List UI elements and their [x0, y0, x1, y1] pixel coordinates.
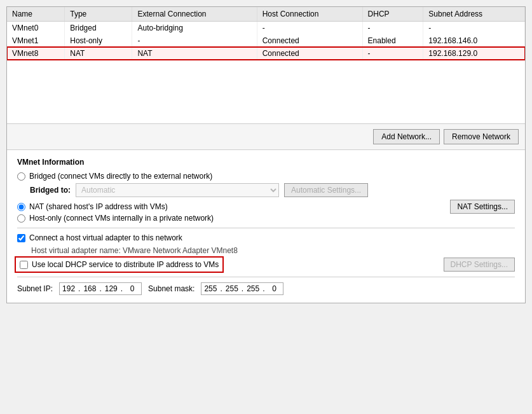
nat-label: NAT (shared host's IP address with VMs) — [29, 202, 168, 211]
cell-type: NAT — [65, 47, 132, 60]
host-adapter-name: Host virtual adapter name: VMware Networ… — [31, 246, 515, 255]
cell-name: VMnet1 — [7, 34, 65, 47]
bridged-to-label: Bridged to: — [30, 186, 71, 195]
subnet-ip-label: Subnet IP: — [17, 284, 53, 293]
vmnet-info-title: VMnet Information — [17, 158, 515, 167]
bridged-radio[interactable] — [17, 172, 25, 181]
subnet-ip-input: . . . — [59, 282, 142, 295]
col-dhcp: DHCP — [362, 7, 423, 22]
connect-adapter-label: Connect a host virtual adapter to this n… — [29, 233, 182, 242]
col-name: Name — [7, 7, 65, 22]
dhcp-checkbox[interactable] — [20, 261, 28, 269]
divider-1 — [17, 228, 515, 228]
cell-host: Connected — [257, 47, 362, 60]
dhcp-settings-button[interactable]: DHCP Settings... — [444, 258, 515, 272]
cell-host: Connected — [257, 34, 362, 47]
vmnet-info-section: VMnet Information Bridged (connect VMs d… — [7, 150, 525, 303]
subnet-ip-d[interactable] — [123, 283, 141, 294]
cell-dhcp: - — [362, 22, 423, 35]
dhcp-outlined-box: Use local DHCP service to distribute IP … — [17, 259, 221, 270]
table-header-row: Name Type External Connection Host Conne… — [7, 7, 525, 22]
col-host: Host Connection — [257, 7, 362, 22]
cell-type: Bridged — [65, 22, 132, 35]
table-row[interactable]: VMnet1Host-only-ConnectedEnabled192.168.… — [7, 34, 525, 47]
cell-name: VMnet0 — [7, 22, 65, 35]
connect-adapter-row[interactable]: Connect a host virtual adapter to this n… — [17, 233, 515, 242]
bridged-to-row: Bridged to: Automatic Automatic Settings… — [30, 183, 515, 197]
main-container: Name Type External Connection Host Conne… — [6, 6, 526, 303]
cell-dhcp: - — [362, 47, 423, 60]
cell-external: NAT — [132, 47, 257, 60]
bridged-label: Bridged (connect VMs directly to the ext… — [29, 172, 212, 181]
host-only-radio[interactable] — [17, 214, 25, 223]
cell-type: Host-only — [65, 34, 132, 47]
nat-radio[interactable] — [17, 203, 25, 211]
button-row: Add Network... Remove Network — [7, 124, 525, 150]
remove-network-button[interactable]: Remove Network — [444, 129, 519, 144]
subnet-ip-c[interactable] — [102, 283, 120, 294]
empty-area — [7, 60, 525, 123]
table-section: Name Type External Connection Host Conne… — [7, 7, 525, 124]
dhcp-row: Use local DHCP service to distribute IP … — [17, 258, 515, 272]
host-only-label: Host-only (connect VMs internally in a p… — [29, 214, 214, 223]
col-external: External Connection — [132, 7, 257, 22]
cell-subnet: - — [423, 22, 525, 35]
cell-name: VMnet8 — [7, 47, 65, 60]
subnet-mask-label: Subnet mask: — [148, 284, 194, 293]
cell-dhcp: Enabled — [362, 34, 423, 47]
nat-settings-button[interactable]: NAT Settings... — [450, 200, 515, 214]
subnet-row: Subnet IP: . . . Subnet mask: . . . — [17, 277, 515, 295]
cell-external: Auto-bridging — [132, 22, 257, 35]
bridged-radio-row[interactable]: Bridged (connect VMs directly to the ext… — [17, 172, 515, 181]
bridged-to-select[interactable]: Automatic — [76, 183, 279, 197]
host-only-radio-row[interactable]: Host-only (connect VMs internally in a p… — [17, 214, 515, 223]
connect-adapter-checkbox[interactable] — [17, 234, 25, 242]
col-type: Type — [65, 7, 132, 22]
dhcp-label: Use local DHCP service to distribute IP … — [32, 260, 219, 269]
subnet-ip-a[interactable] — [60, 283, 78, 294]
mask-d[interactable] — [265, 283, 283, 294]
dhcp-left: Use local DHCP service to distribute IP … — [17, 259, 221, 270]
cell-host: - — [257, 22, 362, 35]
table-wrapper: Name Type External Connection Host Conne… — [7, 7, 525, 123]
subnet-mask-input: . . . — [201, 282, 283, 295]
table-row[interactable]: VMnet0BridgedAuto-bridging--- — [7, 22, 525, 35]
add-network-button[interactable]: Add Network... — [373, 129, 440, 144]
automatic-settings-button[interactable]: Automatic Settings... — [284, 183, 368, 197]
subnet-ip-b[interactable] — [81, 283, 99, 294]
mask-a[interactable] — [201, 283, 219, 294]
mask-b[interactable] — [223, 283, 241, 294]
cell-subnet: 192.168.129.0 — [423, 47, 525, 60]
cell-external: - — [132, 34, 257, 47]
nat-radio-row[interactable]: NAT (shared host's IP address with VMs) … — [17, 200, 515, 214]
cell-subnet: 192.168.146.0 — [423, 34, 525, 47]
col-subnet: Subnet Address — [423, 7, 525, 22]
mask-c[interactable] — [244, 283, 262, 294]
table-row[interactable]: VMnet8NATNATConnected-192.168.129.0 — [7, 47, 525, 60]
network-table: Name Type External Connection Host Conne… — [7, 7, 525, 60]
